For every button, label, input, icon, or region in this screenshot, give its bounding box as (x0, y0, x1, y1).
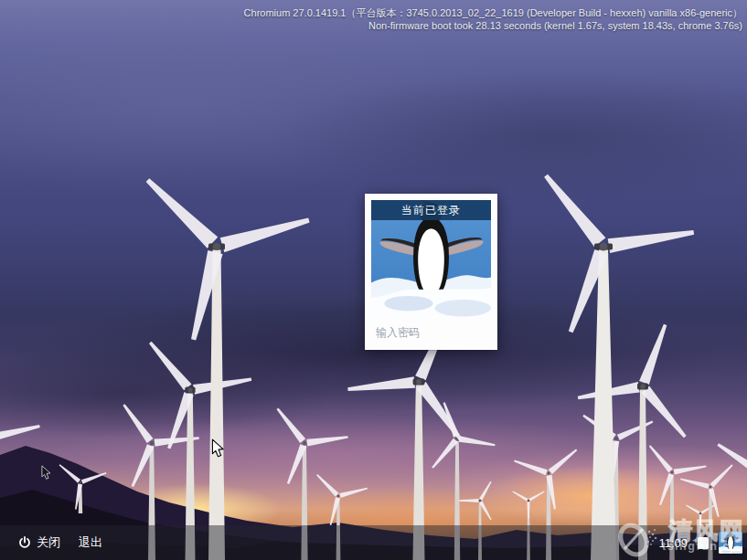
penguin-avatar-icon (719, 532, 742, 554)
status-square-icon (698, 537, 709, 549)
version-line: Chromium 27.0.1419.1（平台版本：3745.0.2013_02… (244, 7, 742, 20)
mouse-cursor-secondary (41, 465, 52, 481)
exit-label: 退出 (79, 534, 102, 551)
taskbar: 关闭 退出 11:09 (0, 525, 747, 560)
shutdown-label: 关闭 (37, 534, 60, 551)
password-input[interactable] (371, 322, 491, 339)
power-icon (18, 536, 31, 549)
status-banner-label: 当前已登录 (401, 203, 461, 218)
user-avatar-photo: 当前已登录 (371, 200, 491, 317)
login-card[interactable]: 当前已登录 (365, 194, 497, 350)
mouse-cursor-primary (211, 438, 226, 459)
chromiumos-login-screen: Chromium 27.0.1419.1（平台版本：3745.0.2013_02… (0, 0, 747, 560)
boot-time-line: Non-firmware boot took 28.13 seconds (ke… (244, 20, 742, 33)
shutdown-button[interactable]: 关闭 (18, 534, 60, 551)
taskbar-left: 关闭 退出 (0, 534, 658, 551)
clock: 11:09 (658, 536, 688, 550)
system-tray[interactable]: 11:09 (658, 532, 747, 554)
exit-button[interactable]: 退出 (79, 534, 102, 551)
system-version-text: Chromium 27.0.1419.1（平台版本：3745.0.2013_02… (244, 7, 742, 32)
status-banner: 当前已登录 (371, 200, 491, 220)
